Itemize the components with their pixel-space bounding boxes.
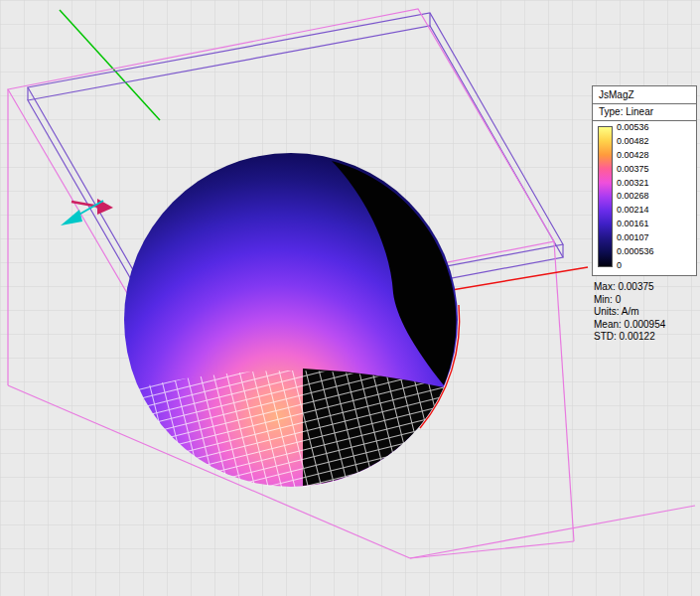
colorbar-tick: 0.00107 — [617, 233, 654, 242]
colorbar-tick: 0.00161 — [617, 220, 654, 228]
stat-min: Min: 0 — [594, 294, 697, 307]
colorbar-tick: 0.00321 — [617, 179, 654, 188]
colorbar-tick: 0.00536 — [617, 123, 654, 132]
colorbar-gradient — [598, 126, 613, 267]
simulation-window: JsMagZ Type: Linear 0.00536 0.00482 0.00… — [0, 0, 700, 596]
colorbar-tick: 0.000536 — [617, 247, 654, 256]
colorbar-tick: 0.00375 — [617, 165, 654, 174]
colorbar-tick: 0 — [617, 261, 654, 270]
colorbar-tick: 0.00268 — [617, 192, 654, 201]
legend-scale-type[interactable]: Type: Linear — [592, 103, 697, 121]
legend-title[interactable]: JsMagZ — [592, 85, 697, 104]
colorbar-tick: 0.00482 — [617, 137, 654, 146]
colorbar-tick: 0.00428 — [617, 151, 654, 160]
legend-colorbar-panel: 0.00536 0.00482 0.00428 0.00375 0.00321 … — [592, 120, 697, 276]
stat-std: STD: 0.00122 — [594, 331, 697, 344]
stat-units: Units: A/m — [594, 306, 697, 319]
results-legend: JsMagZ Type: Linear 0.00536 0.00482 0.00… — [592, 85, 697, 344]
stat-max: Max: 0.00375 — [594, 281, 697, 294]
stat-mean: Mean: 0.000954 — [594, 319, 697, 332]
colorbar-tick: 0.00214 — [617, 206, 654, 215]
legend-stats: Max: 0.00375 Min: 0 Units: A/m Mean: 0.0… — [592, 281, 697, 344]
colorbar-labels: 0.00536 0.00482 0.00428 0.00375 0.00321 … — [617, 123, 654, 270]
